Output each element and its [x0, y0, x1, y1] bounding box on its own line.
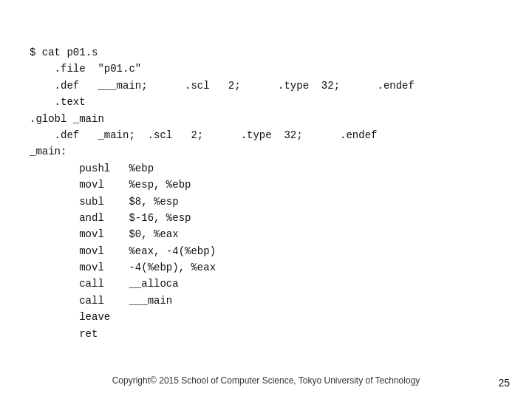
code-line: subl $8, %esp: [30, 194, 502, 210]
code-block: $ cat p01.s .file "p01.c" .def ___main; …: [30, 44, 502, 342]
copyright-text: Copyright© 2015 School of Computer Scien…: [112, 375, 420, 386]
code-line: andl $-16, %esp: [30, 210, 502, 226]
code-line: .file "p01.c": [30, 61, 502, 77]
code-line: leave: [30, 309, 502, 325]
code-line: pushl %ebp: [30, 160, 502, 177]
footer: Copyright© 2015 School of Computer Scien…: [0, 375, 532, 386]
code-line: call __alloca: [30, 276, 502, 292]
code-line: call ___main: [30, 293, 502, 309]
code-line: movl -4(%ebp), %eax: [30, 259, 502, 276]
page-number: 25: [498, 377, 510, 389]
code-line: .def _main; .scl 2; .type 32; .endef: [30, 127, 502, 143]
code-line: $ cat p01.s: [30, 44, 502, 61]
code-line: movl %esp, %ebp: [30, 177, 502, 193]
code-line: .globl _main: [30, 111, 502, 127]
code-line: movl $0, %eax: [30, 226, 502, 242]
code-line: .text: [30, 94, 502, 110]
code-line: .def ___main; .scl 2; .type 32; .endef: [30, 78, 502, 94]
code-line: movl %eax, -4(%ebp): [30, 243, 502, 259]
code-line: _main:: [30, 143, 502, 160]
main-content: $ cat p01.s .file "p01.c" .def ___main; …: [0, 0, 532, 372]
code-line: ret: [30, 326, 502, 342]
